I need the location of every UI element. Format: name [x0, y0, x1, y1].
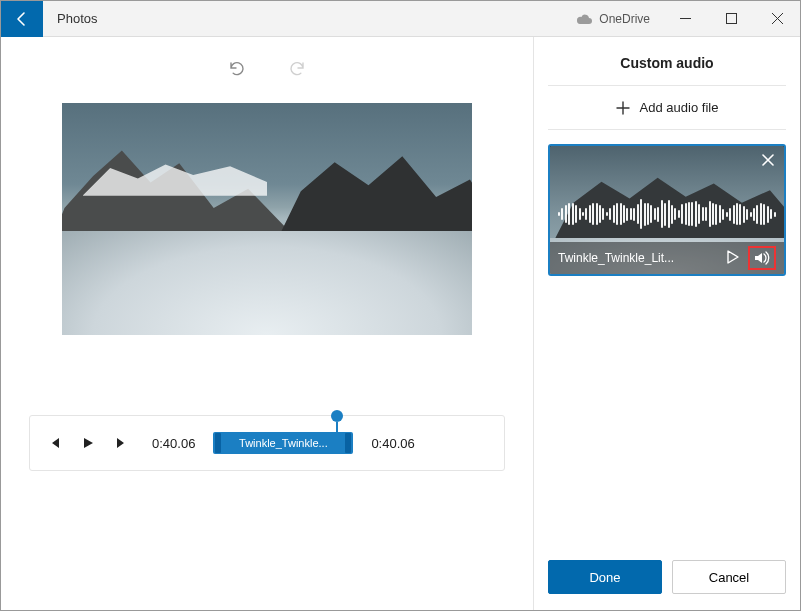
next-frame-button[interactable]	[110, 431, 134, 455]
undo-button[interactable]	[225, 57, 247, 95]
audio-clip[interactable]: Twinkle_Twinkle...	[213, 432, 353, 454]
panel-title: Custom audio	[548, 55, 786, 86]
clip-trim-left[interactable]	[215, 433, 221, 453]
arrow-left-icon	[14, 11, 30, 27]
audio-card[interactable]: Twinkle_Twinkle_Lit...	[548, 144, 786, 276]
done-button[interactable]: Done	[548, 560, 662, 594]
content-area: 0:40.06 Twinkle_Twinkle... 0:40.06 Custo…	[1, 37, 800, 610]
main-panel: 0:40.06 Twinkle_Twinkle... 0:40.06	[1, 37, 533, 610]
volume-icon	[753, 250, 771, 266]
time-current: 0:40.06	[144, 436, 203, 451]
remove-audio-button[interactable]	[760, 152, 776, 171]
back-button[interactable]	[1, 1, 43, 37]
custom-audio-panel: Custom audio Add audio file Twinkle_Twin…	[533, 37, 800, 610]
cloud-icon	[575, 13, 593, 25]
maximize-icon	[726, 13, 737, 24]
clip-trim-right[interactable]	[345, 433, 351, 453]
prev-frame-button[interactable]	[42, 431, 66, 455]
close-icon	[760, 152, 776, 168]
svg-rect-0	[726, 14, 736, 24]
undo-redo-row	[1, 37, 533, 95]
plus-icon	[616, 101, 630, 115]
maximize-button[interactable]	[708, 1, 754, 36]
play-button[interactable]	[76, 431, 100, 455]
titlebar: Photos OneDrive	[1, 1, 800, 37]
minimize-button[interactable]	[662, 1, 708, 36]
step-forward-icon	[115, 436, 129, 450]
audio-volume-button[interactable]	[748, 246, 776, 270]
play-icon	[81, 436, 95, 450]
time-total: 0:40.06	[363, 436, 422, 451]
waveform-icon	[558, 197, 776, 231]
timeline-bar: 0:40.06 Twinkle_Twinkle... 0:40.06	[29, 415, 505, 471]
close-icon	[772, 13, 783, 24]
onedrive-label: OneDrive	[599, 12, 650, 26]
add-audio-file-button[interactable]: Add audio file	[548, 86, 786, 130]
add-audio-label: Add audio file	[640, 100, 719, 115]
minimize-icon	[680, 13, 691, 24]
video-preview[interactable]	[62, 103, 472, 335]
clip-label: Twinkle_Twinkle...	[239, 437, 328, 449]
photos-video-editor-window: Photos OneDrive	[0, 0, 801, 611]
redo-button[interactable]	[287, 57, 309, 95]
undo-icon	[225, 57, 247, 79]
play-outline-icon	[724, 249, 740, 265]
audio-play-button[interactable]	[724, 249, 740, 268]
cancel-button[interactable]: Cancel	[672, 560, 786, 594]
audio-file-name: Twinkle_Twinkle_Lit...	[558, 251, 716, 265]
step-back-icon	[47, 436, 61, 450]
onedrive-button[interactable]: OneDrive	[563, 1, 662, 36]
close-button[interactable]	[754, 1, 800, 36]
playhead-marker[interactable]	[331, 410, 343, 434]
app-title: Photos	[57, 11, 97, 26]
redo-icon	[287, 57, 309, 79]
